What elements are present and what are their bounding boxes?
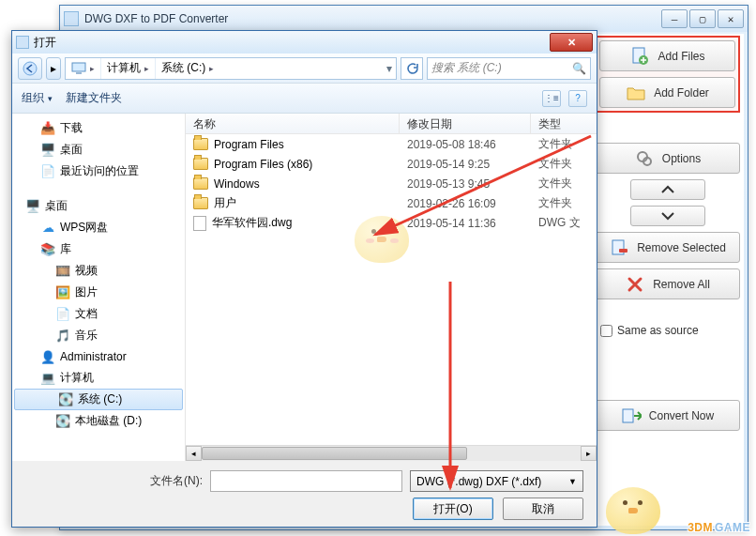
- svg-point-7: [23, 62, 37, 75]
- options-button[interactable]: Options: [595, 143, 740, 174]
- tree-admin[interactable]: 👤Administrator: [12, 346, 185, 367]
- drive-c-icon: 💽: [58, 392, 73, 407]
- search-placeholder: 搜索 系统 (C:): [431, 60, 502, 76]
- remove-all-button[interactable]: Remove All: [595, 268, 740, 299]
- path-bar[interactable]: ▸ 计算机▸ 系统 (C:)▸ ▾: [65, 57, 397, 80]
- tree-desktop-root[interactable]: 🖥️桌面: [12, 195, 185, 217]
- tree-drive-d[interactable]: 💽本地磁盘 (D:): [12, 410, 185, 432]
- view-mode-button[interactable]: ⋮≡: [542, 90, 561, 107]
- file-type: 文件夹: [531, 136, 597, 152]
- add-folder-icon: [626, 83, 646, 103]
- maximize-button[interactable]: ▢: [689, 9, 716, 28]
- help-button[interactable]: ?: [568, 90, 587, 107]
- user-icon: 👤: [40, 349, 55, 364]
- refresh-icon: [405, 62, 418, 75]
- new-folder-button[interactable]: 新建文件夹: [66, 90, 122, 106]
- move-down-button[interactable]: [630, 206, 705, 226]
- file-area: 名称 修改日期 类型 Program Files2019-05-08 18:46…: [186, 114, 597, 461]
- minimize-button[interactable]: —: [661, 9, 688, 28]
- filter-value: DWG (*.dwg) DXF (*.dxf): [416, 475, 541, 488]
- tree-wps[interactable]: ☁WPS网盘: [12, 217, 185, 238]
- dialog-footer: 文件名(N): DWG (*.dwg) DXF (*.dxf) ▼ 打开(O) …: [12, 461, 597, 527]
- arrow-left-icon: [23, 61, 38, 76]
- tree-documents[interactable]: 📄文档: [12, 303, 185, 325]
- file-type: 文件夹: [531, 176, 597, 191]
- path-computer-icon[interactable]: ▸: [66, 58, 100, 79]
- col-type[interactable]: 类型: [531, 114, 597, 133]
- same-as-source-row[interactable]: Same as source: [595, 324, 740, 337]
- tree-drive-c[interactable]: 💽系统 (C:): [14, 389, 183, 410]
- file-name: 华军软件园.dwg: [212, 215, 292, 231]
- options-label: Options: [662, 152, 701, 165]
- svg-rect-9: [76, 72, 82, 74]
- path-seg-drive[interactable]: 系统 (C:)▸: [155, 58, 219, 79]
- path-seg-computer[interactable]: 计算机▸: [100, 58, 155, 79]
- scroll-track[interactable]: [202, 446, 581, 461]
- col-date[interactable]: 修改日期: [400, 114, 531, 133]
- remove-selected-icon: [609, 237, 629, 258]
- add-folder-button[interactable]: Add Folder: [599, 77, 735, 108]
- dialog-main: 📥下载 🖥️桌面 📄最近访问的位置 🖥️桌面 ☁WPS网盘 📚库 🎞️视频 🖼️…: [12, 114, 597, 461]
- tree-desktop[interactable]: 🖥️桌面: [12, 139, 185, 161]
- remove-all-icon: [625, 274, 645, 295]
- folder-icon: [193, 138, 208, 150]
- dialog-toolbar: 组织 ▾ 新建文件夹 ⋮≡ ?: [12, 84, 597, 114]
- chevron-up-icon: [660, 184, 675, 195]
- organize-menu[interactable]: 组织 ▾: [22, 90, 53, 106]
- refresh-button[interactable]: [401, 57, 423, 80]
- tree-downloads[interactable]: 📥下载: [12, 117, 185, 139]
- file-row[interactable]: Program Files (x86)2019-05-14 9:25文件夹: [186, 154, 597, 174]
- dialog-titlebar[interactable]: 打开 ✕: [12, 31, 597, 54]
- tree-library[interactable]: 📚库: [12, 238, 185, 260]
- filename-input[interactable]: [210, 470, 402, 492]
- tree-computer[interactable]: 💻计算机: [12, 367, 185, 389]
- close-button[interactable]: ✕: [718, 9, 744, 28]
- same-as-source-label: Same as source: [617, 324, 699, 337]
- app-titlebar[interactable]: DWG DXF to PDF Converter — ▢ ✕: [60, 6, 748, 32]
- add-files-icon: [629, 46, 650, 67]
- convert-icon: [621, 406, 642, 426]
- music-icon: 🎵: [55, 329, 70, 344]
- scroll-right-button[interactable]: ▸: [581, 446, 597, 461]
- search-input[interactable]: 搜索 系统 (C:) 🔍: [427, 57, 591, 80]
- file-type-filter[interactable]: DWG (*.dwg) DXF (*.dxf) ▼: [410, 470, 583, 492]
- file-row[interactable]: Program Files2019-05-08 18:46文件夹: [186, 134, 597, 154]
- file-list-header[interactable]: 名称 修改日期 类型: [186, 114, 597, 134]
- convert-now-button[interactable]: Convert Now: [595, 400, 740, 431]
- col-name[interactable]: 名称: [186, 114, 400, 133]
- scroll-left-button[interactable]: ◂: [186, 446, 202, 461]
- cancel-button[interactable]: 取消: [503, 498, 583, 520]
- file-type: DWG 文: [531, 215, 597, 231]
- tree-music[interactable]: 🎵音乐: [12, 325, 185, 346]
- file-row[interactable]: Windows2019-05-13 9:45文件夹: [186, 174, 597, 193]
- move-up-button[interactable]: [630, 179, 705, 200]
- scroll-thumb[interactable]: [202, 447, 467, 460]
- cloud-icon: ☁: [40, 221, 55, 236]
- tree-pictures[interactable]: 🖼️图片: [12, 282, 185, 303]
- nav-tree[interactable]: 📥下载 🖥️桌面 📄最近访问的位置 🖥️桌面 ☁WPS网盘 📚库 🎞️视频 🖼️…: [12, 114, 186, 461]
- dialog-icon: [16, 36, 29, 49]
- tree-recent[interactable]: 📄最近访问的位置: [12, 161, 185, 182]
- svg-rect-5: [619, 249, 627, 253]
- nav-forward-button[interactable]: ▸: [46, 57, 61, 80]
- add-files-label: Add Files: [658, 50, 704, 63]
- file-name: Windows: [214, 177, 260, 191]
- remove-selected-button[interactable]: Remove Selected: [595, 232, 740, 263]
- gear-icon: [634, 148, 655, 169]
- horizontal-scrollbar[interactable]: ◂ ▸: [186, 445, 597, 461]
- file-list[interactable]: Program Files2019-05-08 18:46文件夹Program …: [186, 134, 597, 445]
- video-icon: 🎞️: [55, 264, 70, 279]
- open-button[interactable]: 打开(O): [413, 498, 493, 520]
- tree-video[interactable]: 🎞️视频: [12, 260, 185, 282]
- add-files-button[interactable]: Add Files: [599, 40, 735, 71]
- dialog-close-button[interactable]: ✕: [550, 33, 593, 52]
- file-date: 2019-05-08 18:46: [400, 138, 531, 151]
- file-name: Program Files: [214, 138, 284, 151]
- folder-icon: [193, 158, 208, 170]
- path-dropdown-icon[interactable]: ▾: [383, 62, 396, 75]
- filename-label: 文件名(N):: [150, 473, 203, 489]
- nav-back-button[interactable]: [18, 57, 42, 80]
- same-as-source-checkbox[interactable]: [600, 325, 612, 337]
- folder-icon: [193, 197, 208, 209]
- file-name: 用户: [214, 195, 236, 211]
